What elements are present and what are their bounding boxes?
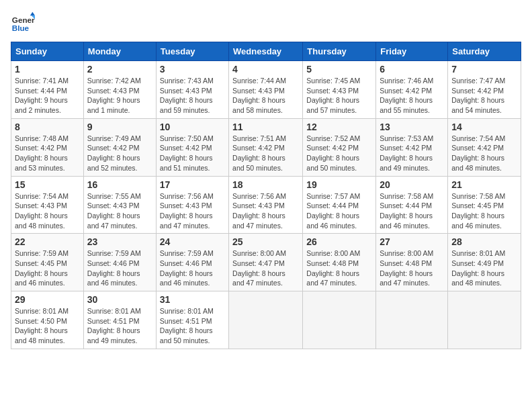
day-number: 23 — [87, 236, 152, 247]
calendar-cell: 14Sunrise: 7:54 AMSunset: 4:42 PMDayligh… — [448, 118, 521, 176]
calendar-header-thursday: Thursday — [303, 42, 376, 61]
day-number: 7 — [451, 64, 517, 75]
calendar-cell — [376, 291, 448, 349]
calendar-header-saturday: Saturday — [448, 42, 521, 61]
day-number: 14 — [451, 122, 517, 132]
day-detail: Sunrise: 7:56 AMSunset: 4:43 PMDaylight:… — [160, 191, 225, 231]
day-detail: Sunrise: 7:54 AMSunset: 4:42 PMDaylight:… — [451, 134, 517, 173]
calendar-week-row: 8Sunrise: 7:48 AMSunset: 4:42 PMDaylight… — [11, 118, 521, 176]
calendar-cell: 25Sunrise: 8:00 AMSunset: 4:47 PMDayligh… — [229, 234, 303, 291]
day-number: 8 — [15, 122, 80, 132]
calendar-cell: 4Sunrise: 7:44 AMSunset: 4:43 PMDaylight… — [229, 61, 303, 119]
calendar-cell: 15Sunrise: 7:54 AMSunset: 4:43 PMDayligh… — [11, 176, 84, 234]
calendar-cell: 8Sunrise: 7:48 AMSunset: 4:42 PMDaylight… — [11, 118, 84, 176]
day-detail: Sunrise: 8:01 AMSunset: 4:51 PMDaylight:… — [87, 306, 152, 346]
calendar-cell: 30Sunrise: 8:01 AMSunset: 4:51 PMDayligh… — [83, 291, 156, 349]
day-number: 6 — [380, 64, 444, 75]
day-number: 20 — [380, 179, 444, 190]
day-detail: Sunrise: 7:42 AMSunset: 4:43 PMDaylight:… — [87, 76, 152, 116]
day-number: 31 — [160, 294, 225, 305]
day-detail: Sunrise: 7:41 AMSunset: 4:44 PMDaylight:… — [15, 76, 80, 116]
calendar-week-row: 15Sunrise: 7:54 AMSunset: 4:43 PMDayligh… — [11, 176, 521, 234]
day-detail: Sunrise: 7:59 AMSunset: 4:46 PMDaylight:… — [87, 248, 152, 288]
calendar-week-row: 29Sunrise: 8:01 AMSunset: 4:50 PMDayligh… — [11, 291, 521, 349]
day-number: 2 — [87, 64, 152, 75]
day-number: 30 — [87, 294, 152, 305]
day-detail: Sunrise: 7:57 AMSunset: 4:44 PMDaylight:… — [306, 191, 372, 231]
calendar-header-tuesday: Tuesday — [156, 42, 228, 61]
day-number: 16 — [87, 179, 152, 190]
calendar-cell: 24Sunrise: 7:59 AMSunset: 4:46 PMDayligh… — [156, 234, 228, 291]
calendar-cell: 13Sunrise: 7:53 AMSunset: 4:42 PMDayligh… — [376, 118, 448, 176]
calendar-cell: 29Sunrise: 8:01 AMSunset: 4:50 PMDayligh… — [11, 291, 84, 349]
page-header: General Blue — [11, 11, 521, 35]
day-number: 12 — [306, 122, 372, 132]
day-detail: Sunrise: 7:47 AMSunset: 4:42 PMDaylight:… — [451, 76, 517, 116]
day-detail: Sunrise: 7:58 AMSunset: 4:44 PMDaylight:… — [380, 191, 444, 231]
day-detail: Sunrise: 7:59 AMSunset: 4:45 PMDaylight:… — [15, 248, 80, 288]
calendar-header-friday: Friday — [376, 42, 448, 61]
day-number: 17 — [160, 179, 225, 190]
logo: General Blue — [11, 11, 38, 35]
day-number: 19 — [306, 179, 372, 190]
day-number: 18 — [232, 179, 299, 190]
day-detail: Sunrise: 8:01 AMSunset: 4:50 PMDaylight:… — [15, 306, 80, 346]
calendar-cell: 3Sunrise: 7:43 AMSunset: 4:43 PMDaylight… — [156, 61, 228, 119]
day-detail: Sunrise: 7:56 AMSunset: 4:43 PMDaylight:… — [232, 191, 299, 231]
day-number: 11 — [232, 122, 299, 132]
calendar-header-wednesday: Wednesday — [229, 42, 303, 61]
day-number: 29 — [15, 294, 80, 305]
calendar-cell: 18Sunrise: 7:56 AMSunset: 4:43 PMDayligh… — [229, 176, 303, 234]
calendar-cell: 19Sunrise: 7:57 AMSunset: 4:44 PMDayligh… — [303, 176, 376, 234]
day-detail: Sunrise: 7:52 AMSunset: 4:42 PMDaylight:… — [306, 134, 372, 173]
calendar-cell: 2Sunrise: 7:42 AMSunset: 4:43 PMDaylight… — [83, 61, 156, 119]
day-detail: Sunrise: 8:01 AMSunset: 4:49 PMDaylight:… — [451, 248, 517, 288]
day-number: 21 — [451, 179, 517, 190]
calendar-header-row: SundayMondayTuesdayWednesdayThursdayFrid… — [11, 42, 521, 61]
calendar-cell: 23Sunrise: 7:59 AMSunset: 4:46 PMDayligh… — [83, 234, 156, 291]
calendar-week-row: 22Sunrise: 7:59 AMSunset: 4:45 PMDayligh… — [11, 234, 521, 291]
day-detail: Sunrise: 8:00 AMSunset: 4:47 PMDaylight:… — [232, 248, 299, 288]
calendar-table: SundayMondayTuesdayWednesdayThursdayFrid… — [11, 42, 521, 349]
day-number: 25 — [232, 236, 299, 247]
day-detail: Sunrise: 7:55 AMSunset: 4:43 PMDaylight:… — [87, 191, 152, 231]
day-detail: Sunrise: 8:01 AMSunset: 4:51 PMDaylight:… — [160, 306, 225, 346]
calendar-cell: 20Sunrise: 7:58 AMSunset: 4:44 PMDayligh… — [376, 176, 448, 234]
day-number: 9 — [87, 122, 152, 132]
day-detail: Sunrise: 7:51 AMSunset: 4:42 PMDaylight:… — [232, 134, 299, 173]
day-detail: Sunrise: 7:43 AMSunset: 4:43 PMDaylight:… — [160, 76, 225, 116]
day-number: 10 — [160, 122, 225, 132]
day-number: 13 — [380, 122, 444, 132]
calendar-cell: 11Sunrise: 7:51 AMSunset: 4:42 PMDayligh… — [229, 118, 303, 176]
calendar-cell: 12Sunrise: 7:52 AMSunset: 4:42 PMDayligh… — [303, 118, 376, 176]
day-detail: Sunrise: 8:00 AMSunset: 4:48 PMDaylight:… — [306, 248, 372, 288]
calendar-cell: 21Sunrise: 7:58 AMSunset: 4:45 PMDayligh… — [448, 176, 521, 234]
day-detail: Sunrise: 7:58 AMSunset: 4:45 PMDaylight:… — [451, 191, 517, 231]
day-number: 22 — [15, 236, 80, 247]
calendar-cell — [448, 291, 521, 349]
day-detail: Sunrise: 7:59 AMSunset: 4:46 PMDaylight:… — [160, 248, 225, 288]
calendar-cell: 6Sunrise: 7:46 AMSunset: 4:42 PMDaylight… — [376, 61, 448, 119]
day-detail: Sunrise: 7:45 AMSunset: 4:43 PMDaylight:… — [306, 76, 372, 116]
calendar-cell — [229, 291, 303, 349]
calendar-cell: 27Sunrise: 8:00 AMSunset: 4:48 PMDayligh… — [376, 234, 448, 291]
calendar-cell: 7Sunrise: 7:47 AMSunset: 4:42 PMDaylight… — [448, 61, 521, 119]
day-detail: Sunrise: 7:54 AMSunset: 4:43 PMDaylight:… — [15, 191, 80, 231]
svg-marker-2 — [30, 12, 35, 15]
calendar-header-monday: Monday — [83, 42, 156, 61]
calendar-cell — [303, 291, 376, 349]
calendar-cell: 9Sunrise: 7:49 AMSunset: 4:42 PMDaylight… — [83, 118, 156, 176]
day-detail: Sunrise: 7:44 AMSunset: 4:43 PMDaylight:… — [232, 76, 299, 116]
day-detail: Sunrise: 8:00 AMSunset: 4:48 PMDaylight:… — [380, 248, 444, 288]
day-number: 3 — [160, 64, 225, 75]
calendar-cell: 1Sunrise: 7:41 AMSunset: 4:44 PMDaylight… — [11, 61, 84, 119]
day-detail: Sunrise: 7:50 AMSunset: 4:42 PMDaylight:… — [160, 134, 225, 173]
calendar-cell: 5Sunrise: 7:45 AMSunset: 4:43 PMDaylight… — [303, 61, 376, 119]
day-number: 26 — [306, 236, 372, 247]
day-number: 1 — [15, 64, 80, 75]
calendar-cell: 31Sunrise: 8:01 AMSunset: 4:51 PMDayligh… — [156, 291, 228, 349]
calendar-cell: 22Sunrise: 7:59 AMSunset: 4:45 PMDayligh… — [11, 234, 84, 291]
day-number: 5 — [306, 64, 372, 75]
day-number: 15 — [15, 179, 80, 190]
calendar-cell: 10Sunrise: 7:50 AMSunset: 4:42 PMDayligh… — [156, 118, 228, 176]
